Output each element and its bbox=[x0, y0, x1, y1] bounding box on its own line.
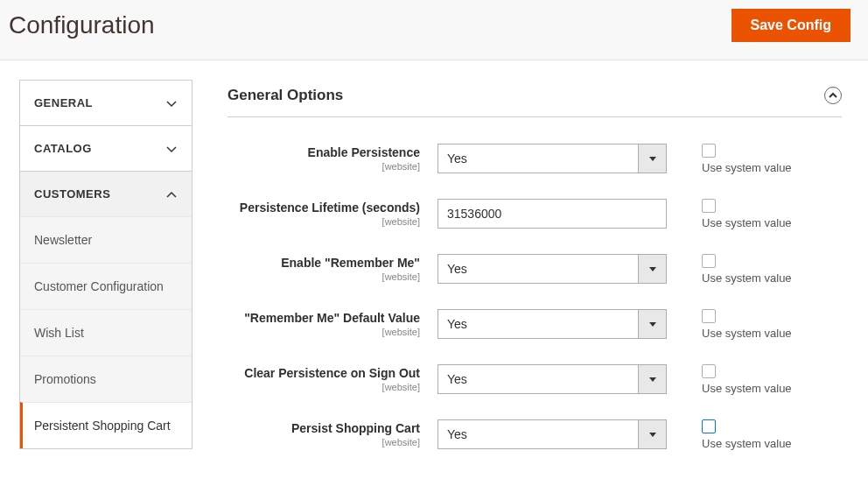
sidebar-item-persistent-shopping-cart[interactable]: Persistent Shopping Cart bbox=[20, 402, 192, 448]
field-label: "Remember Me" Default Value bbox=[244, 311, 420, 325]
field-label: Persistence Lifetime (seconds) bbox=[240, 201, 420, 215]
field-label: Persist Shopping Cart bbox=[291, 421, 420, 435]
use-system-value-label: Use system value bbox=[702, 161, 792, 174]
field-label: Enable Persistence bbox=[308, 145, 420, 159]
content-area: GENERAL CATALOG CUSTOMERS Newsletter Cus… bbox=[0, 60, 868, 493]
sidebar-section-label: CATALOG bbox=[34, 142, 92, 155]
dropdown-arrow-icon bbox=[638, 365, 666, 393]
svg-marker-1 bbox=[649, 267, 656, 271]
page-title: Configuration bbox=[9, 11, 155, 39]
enable-persistence-select[interactable]: Yes bbox=[438, 144, 667, 173]
sidebar-item-promotions[interactable]: Promotions bbox=[20, 356, 192, 402]
sidebar-item-wish-list[interactable]: Wish List bbox=[20, 309, 192, 356]
use-system-value-label: Use system value bbox=[702, 216, 792, 229]
use-system-value-label: Use system value bbox=[702, 437, 792, 450]
select-value: Yes bbox=[438, 151, 638, 166]
use-system-value-checkbox[interactable] bbox=[702, 254, 716, 268]
use-system-value-label: Use system value bbox=[702, 327, 792, 340]
section-title: General Options bbox=[228, 87, 343, 104]
select-value: Yes bbox=[438, 372, 638, 386]
field-scope: [website] bbox=[228, 382, 420, 392]
sidebar: GENERAL CATALOG CUSTOMERS Newsletter Cus… bbox=[0, 60, 192, 493]
main-panel: General Options Enable Persistence [webs… bbox=[192, 60, 868, 493]
svg-marker-0 bbox=[649, 157, 656, 161]
collapse-section-icon[interactable] bbox=[824, 87, 842, 104]
use-system-value-label: Use system value bbox=[702, 271, 792, 285]
persist-shopping-cart-select[interactable]: Yes bbox=[438, 419, 667, 449]
clear-on-signout-select[interactable]: Yes bbox=[438, 364, 667, 394]
page-header: Configuration Save Config bbox=[0, 0, 868, 60]
select-value: Yes bbox=[438, 317, 638, 331]
enable-remember-me-select[interactable]: Yes bbox=[438, 254, 667, 284]
field-scope: [website] bbox=[228, 271, 420, 282]
svg-marker-4 bbox=[649, 433, 656, 437]
field-scope: [website] bbox=[228, 327, 420, 337]
use-system-value-checkbox[interactable] bbox=[702, 144, 716, 158]
svg-marker-3 bbox=[649, 377, 656, 382]
dropdown-arrow-icon bbox=[638, 255, 666, 283]
sidebar-item-newsletter[interactable]: Newsletter bbox=[20, 216, 192, 263]
select-value: Yes bbox=[438, 262, 638, 276]
sidebar-section-label: CUSTOMERS bbox=[34, 187, 110, 201]
field-enable-remember-me: Enable "Remember Me" [website] Yes Use s… bbox=[228, 254, 842, 285]
sidebar-item-customer-configuration[interactable]: Customer Configuration bbox=[20, 263, 192, 309]
svg-marker-2 bbox=[649, 322, 656, 327]
use-system-value-checkbox[interactable] bbox=[702, 364, 716, 378]
field-label: Clear Persistence on Sign Out bbox=[244, 366, 420, 380]
field-scope: [website] bbox=[228, 161, 420, 172]
use-system-value-checkbox[interactable] bbox=[702, 419, 716, 433]
sidebar-section-label: GENERAL bbox=[34, 96, 93, 109]
field-scope: [website] bbox=[228, 216, 420, 227]
field-persist-shopping-cart: Persist Shopping Cart [website] Yes Use … bbox=[228, 419, 842, 450]
section-header[interactable]: General Options bbox=[228, 87, 842, 117]
sidebar-section-catalog[interactable]: CATALOG bbox=[19, 125, 192, 171]
chevron-down-icon bbox=[165, 143, 178, 155]
sidebar-items: Newsletter Customer Configuration Wish L… bbox=[20, 216, 192, 448]
dropdown-arrow-icon bbox=[638, 144, 666, 173]
field-persistence-lifetime: Persistence Lifetime (seconds) [website]… bbox=[228, 199, 842, 229]
field-clear-on-signout: Clear Persistence on Sign Out [website] … bbox=[228, 364, 842, 395]
sidebar-section-customers[interactable]: CUSTOMERS Newsletter Customer Configurat… bbox=[19, 171, 192, 449]
use-system-value-label: Use system value bbox=[702, 382, 792, 395]
use-system-value-checkbox[interactable] bbox=[702, 199, 716, 213]
dropdown-arrow-icon bbox=[638, 420, 666, 448]
field-remember-me-default: "Remember Me" Default Value [website] Ye… bbox=[228, 309, 842, 340]
chevron-up-icon bbox=[165, 188, 178, 201]
field-label: Enable "Remember Me" bbox=[281, 256, 420, 270]
chevron-down-icon bbox=[165, 97, 178, 109]
use-system-value-checkbox[interactable] bbox=[702, 309, 716, 323]
field-enable-persistence: Enable Persistence [website] Yes Use sys… bbox=[228, 144, 842, 174]
remember-me-default-select[interactable]: Yes bbox=[438, 309, 667, 339]
field-scope: [website] bbox=[228, 437, 420, 447]
save-config-button[interactable]: Save Config bbox=[732, 9, 850, 42]
persistence-lifetime-input[interactable] bbox=[438, 199, 667, 229]
select-value: Yes bbox=[438, 427, 638, 441]
sidebar-section-general[interactable]: GENERAL bbox=[19, 80, 192, 125]
dropdown-arrow-icon bbox=[638, 310, 666, 338]
